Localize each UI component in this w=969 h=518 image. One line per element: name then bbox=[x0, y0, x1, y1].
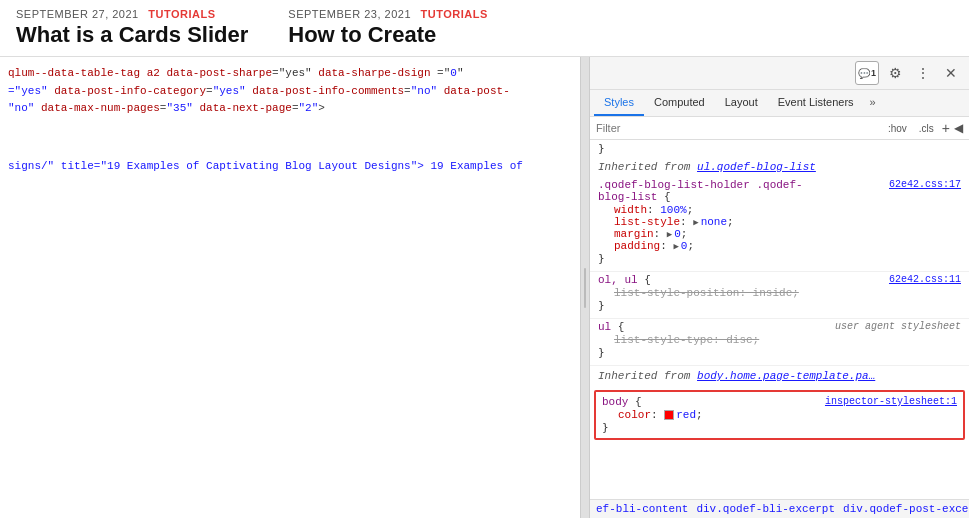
prev-rule-close: } bbox=[590, 140, 969, 157]
rule-header-ol-ul: ol, ul { 62e42.css:11 bbox=[598, 274, 961, 286]
css-rule-body-highlighted: body { inspector-stylesheet:1 color: red… bbox=[594, 390, 965, 440]
rule-close-1: } bbox=[598, 252, 961, 265]
filter-input[interactable] bbox=[596, 122, 878, 134]
blog-post-2: SEPTEMBER 23, 2021 TUTORIALS How to Crea… bbox=[288, 8, 488, 48]
blog-post-1-title: What is a Cards Slider bbox=[16, 22, 248, 48]
rule-header-body: body { inspector-stylesheet:1 bbox=[602, 396, 957, 408]
divider-handle bbox=[584, 268, 586, 308]
blog-post-2-category: TUTORIALS bbox=[421, 8, 488, 20]
cls-button[interactable]: .cls bbox=[915, 121, 938, 136]
blog-header: SEPTEMBER 27, 2021 TUTORIALS What is a C… bbox=[0, 0, 969, 57]
expand-button[interactable]: ◀ bbox=[954, 121, 963, 135]
css-rule-ol-ul: ol, ul { 62e42.css:11 list-style-positio… bbox=[590, 272, 969, 319]
breadcrumb-item-2[interactable]: div.qodef-bli-excerpt bbox=[696, 503, 835, 515]
css-selector-body: body { bbox=[602, 396, 642, 408]
html-line-2: ="yes" data-post-info-category="yes" dat… bbox=[8, 83, 572, 101]
settings-icon[interactable]: ⚙ bbox=[883, 61, 907, 85]
css-prop-color: color: red; bbox=[602, 409, 957, 421]
blog-post-2-meta: SEPTEMBER 23, 2021 TUTORIALS bbox=[288, 8, 488, 20]
rule-close-2: } bbox=[598, 299, 961, 312]
breadcrumb-item-3[interactable]: div.qodef-post-excerpt-holder bbox=[843, 503, 969, 515]
more-icon[interactable]: ⋮ bbox=[911, 61, 935, 85]
filter-buttons: :hov .cls + ◀ bbox=[884, 120, 963, 136]
html-link-line: signs/" title="19 Examples of Captivatin… bbox=[8, 158, 572, 176]
html-line-1: qlum--data-table-tag a2 data-post-sharpe… bbox=[8, 65, 572, 83]
breadcrumb-bar: ef-bli-content div.qodef-bli-excerpt div… bbox=[590, 499, 969, 518]
css-selector-blog-list: .qodef-blog-list-holder .qodef-blog-list… bbox=[598, 179, 803, 203]
main-area: qlum--data-table-tag a2 data-post-sharpe… bbox=[0, 57, 969, 518]
chat-button[interactable]: 💬 1 bbox=[855, 61, 879, 85]
inherited-header-2: Inherited from body.home.page-template.p… bbox=[590, 366, 969, 386]
breadcrumb-item-1[interactable]: ef-bli-content bbox=[596, 503, 688, 515]
filter-bar: :hov .cls + ◀ bbox=[590, 117, 969, 140]
css-rule-blog-list: .qodef-blog-list-holder .qodef-blog-list… bbox=[590, 177, 969, 272]
chat-count: 1 bbox=[871, 68, 876, 78]
tab-computed[interactable]: Computed bbox=[644, 90, 715, 116]
inherited-link-2[interactable]: body.home.page-template.pa… bbox=[697, 370, 875, 382]
panel-divider[interactable] bbox=[581, 57, 589, 518]
devtools-tabs: Styles Computed Layout Event Listeners » bbox=[590, 90, 969, 117]
tab-more[interactable]: » bbox=[864, 90, 882, 116]
css-rule-ul: ul { user agent stylesheet list-style-ty… bbox=[590, 319, 969, 366]
chat-icon: 💬 bbox=[858, 68, 870, 79]
tab-styles[interactable]: Styles bbox=[594, 90, 644, 116]
blog-post-1-date: SEPTEMBER 27, 2021 bbox=[16, 8, 139, 20]
rule-header-blog-list: .qodef-blog-list-holder .qodef-blog-list… bbox=[598, 179, 961, 203]
color-swatch-red[interactable] bbox=[664, 410, 674, 420]
css-prop-list-style-position: list-style-position: inside; bbox=[598, 287, 961, 299]
css-prop-width: width: 100%; bbox=[598, 204, 961, 216]
add-rule-button[interactable]: + bbox=[942, 120, 950, 136]
blog-post-2-date: SEPTEMBER 23, 2021 bbox=[288, 8, 411, 20]
inherited-link-1[interactable]: ul.qodef-blog-list bbox=[697, 161, 816, 173]
tab-layout[interactable]: Layout bbox=[715, 90, 768, 116]
html-panel: qlum--data-table-tag a2 data-post-sharpe… bbox=[0, 57, 581, 518]
blog-post-1-meta: SEPTEMBER 27, 2021 TUTORIALS bbox=[16, 8, 248, 20]
tab-event-listeners[interactable]: Event Listeners bbox=[768, 90, 864, 116]
css-prop-list-style-type: list-style-type: disc; bbox=[598, 334, 961, 346]
css-source-ul: user agent stylesheet bbox=[835, 321, 961, 332]
css-rules-area[interactable]: } Inherited from ul.qodef-blog-list .qod… bbox=[590, 140, 969, 499]
css-prop-list-style: list-style: ▶none; bbox=[598, 216, 961, 228]
css-selector-ul: ul { bbox=[598, 321, 624, 333]
css-selector-ol-ul: ol, ul { bbox=[598, 274, 651, 286]
html-line-3: "no" data-max-num-pages="35" data-next-p… bbox=[8, 100, 572, 118]
blog-post-1-category: TUTORIALS bbox=[148, 8, 215, 20]
devtools-panel: 💬 1 ⚙ ⋮ ✕ Styles Computed Layout Event L… bbox=[589, 57, 969, 518]
inherited-header-1: Inherited from ul.qodef-blog-list bbox=[590, 157, 969, 177]
html-content: qlum--data-table-tag a2 data-post-sharpe… bbox=[0, 61, 580, 179]
blog-post-2-title: How to Create bbox=[288, 22, 488, 48]
devtools-topbar: 💬 1 ⚙ ⋮ ✕ bbox=[590, 57, 969, 90]
css-source-body[interactable]: inspector-stylesheet:1 bbox=[825, 396, 957, 407]
css-source-blog-list[interactable]: 62e42.css:17 bbox=[889, 179, 961, 190]
css-prop-margin: margin: ▶0; bbox=[598, 228, 961, 240]
rule-close-4: } bbox=[602, 421, 957, 434]
hov-button[interactable]: :hov bbox=[884, 121, 911, 136]
blog-post-1: SEPTEMBER 27, 2021 TUTORIALS What is a C… bbox=[16, 8, 248, 48]
css-prop-padding: padding: ▶0; bbox=[598, 240, 961, 252]
rule-header-ul: ul { user agent stylesheet bbox=[598, 321, 961, 333]
css-source-ol-ul[interactable]: 62e42.css:11 bbox=[889, 274, 961, 285]
rule-close-3: } bbox=[598, 346, 961, 359]
close-icon[interactable]: ✕ bbox=[939, 61, 963, 85]
